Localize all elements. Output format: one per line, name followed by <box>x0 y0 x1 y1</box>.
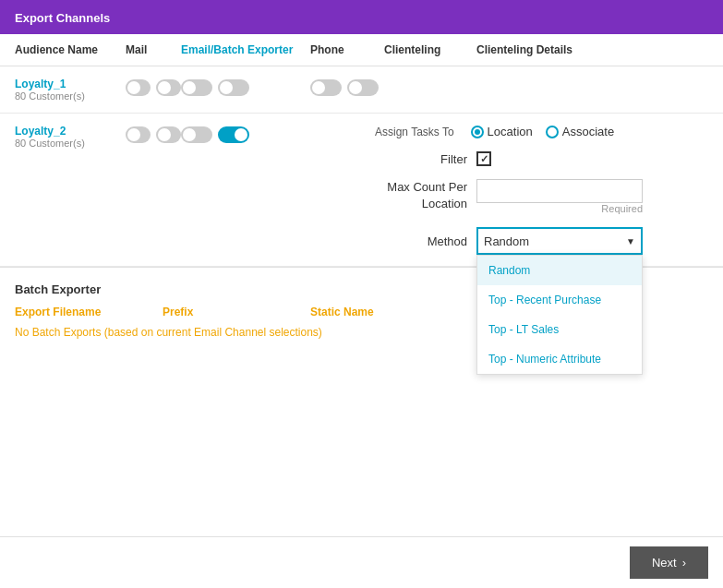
max-count-label: Max Count PerLocation <box>375 179 467 212</box>
batch-col-prefix: Prefix <box>163 306 310 318</box>
radio-circle-location[interactable] <box>471 126 484 138</box>
row-info: Loyalty_1 80 Customer(s) <box>15 78 126 102</box>
email-toggle-1[interactable] <box>181 79 212 96</box>
assign-tasks-row: Assign Tasks To Location Associate <box>375 125 643 138</box>
dropdown-item-random[interactable]: Random <box>477 256 642 285</box>
method-dropdown-trigger[interactable]: Random ▼ <box>476 227 643 255</box>
row2-info: Loyalty_2 80 Customer(s) <box>15 125 126 149</box>
content-area: Audience Name Mail Email/Batch Exporter … <box>0 34 723 536</box>
mail-toggles <box>126 78 181 96</box>
email-toggle-4[interactable] <box>218 126 249 143</box>
dropdown-item-recent[interactable]: Top - Recent Purchase <box>477 285 642 315</box>
col-header-email: Email/Batch Exporter <box>181 43 310 56</box>
max-count-input-wrap: Required <box>476 179 643 214</box>
method-row: Method Random ▼ Random Top - Recent Purc… <box>375 227 643 255</box>
audience-name-2: Loyalty_2 <box>15 125 126 138</box>
batch-col-export: Export Filename <box>15 306 163 318</box>
audience-sub: 80 Customer(s) <box>15 90 126 102</box>
dropdown-item-numeric[interactable]: Top - Numeric Attribute <box>477 344 642 374</box>
dropdown-item-lt-sales[interactable]: Top - LT Sales <box>477 315 642 344</box>
radio-group: Location Associate <box>471 125 615 138</box>
batch-col-static: Static Name <box>310 306 495 318</box>
col-header-audience: Audience Name <box>15 43 126 56</box>
mail-toggle-1[interactable] <box>126 79 151 96</box>
mail-toggle-4[interactable] <box>156 126 181 143</box>
phone-toggles-2 <box>310 125 319 126</box>
method-label: Method <box>375 234 467 248</box>
radio-location[interactable]: Location <box>471 125 533 138</box>
radio-circle-associate[interactable] <box>546 126 559 138</box>
max-count-input[interactable] <box>476 179 643 203</box>
radio-associate-label: Associate <box>562 125 614 138</box>
method-value: Random <box>484 234 529 248</box>
filter-checkbox[interactable] <box>476 151 491 166</box>
radio-location-label: Location <box>488 125 533 138</box>
mail-toggle-2[interactable] <box>156 79 181 96</box>
page-header: Export Channels <box>0 0 723 34</box>
next-label: Next <box>652 556 677 570</box>
email-toggle-3[interactable] <box>181 126 212 143</box>
email-toggles-2 <box>181 125 310 143</box>
phone-toggle-2[interactable] <box>347 79 379 96</box>
dropdown-arrow-icon: ▼ <box>626 236 635 246</box>
radio-associate[interactable]: Associate <box>546 125 614 138</box>
max-count-row: Max Count PerLocation Required <box>375 179 643 214</box>
next-button[interactable]: Next › <box>630 546 708 579</box>
col-header-mail: Mail <box>126 43 181 56</box>
assign-section: Assign Tasks To Location Associate <box>375 125 643 255</box>
table-header: Audience Name Mail Email/Batch Exporter … <box>0 34 723 66</box>
filter-row: Filter <box>375 151 643 166</box>
phone-toggle-1[interactable] <box>310 79 342 96</box>
filter-label: Filter <box>375 152 467 166</box>
phone-toggles <box>310 78 384 96</box>
email-toggles <box>181 78 310 96</box>
audience-name: Loyalty_1 <box>15 78 126 90</box>
footer: Next › <box>0 536 723 588</box>
table-row: Loyalty_1 80 Customer(s) <box>0 66 723 114</box>
col-header-details: Clienteling Details <box>476 43 596 56</box>
col-header-phone: Phone <box>310 43 384 56</box>
col-header-clienteling: Clienteling <box>384 43 476 56</box>
required-text: Required <box>476 203 643 214</box>
next-arrow-icon: › <box>682 556 686 570</box>
page-title: Export Channels <box>15 11 110 25</box>
assign-tasks-label: Assign Tasks To <box>375 126 454 138</box>
table-row-2: Loyalty_2 80 Customer(s) Assign Tasks To <box>0 114 723 267</box>
main-container: Export Channels Audience Name Mail Email… <box>0 0 723 588</box>
mail-toggles-2 <box>126 125 181 143</box>
mail-toggle-3[interactable] <box>126 126 151 143</box>
email-toggle-2[interactable] <box>218 79 249 96</box>
method-dropdown-menu: Random Top - Recent Purchase Top - LT Sa… <box>476 255 643 375</box>
dropdown-wrapper: Random ▼ Random Top - Recent Purchase To… <box>476 227 643 255</box>
audience-sub-2: 80 Customer(s) <box>15 138 126 149</box>
